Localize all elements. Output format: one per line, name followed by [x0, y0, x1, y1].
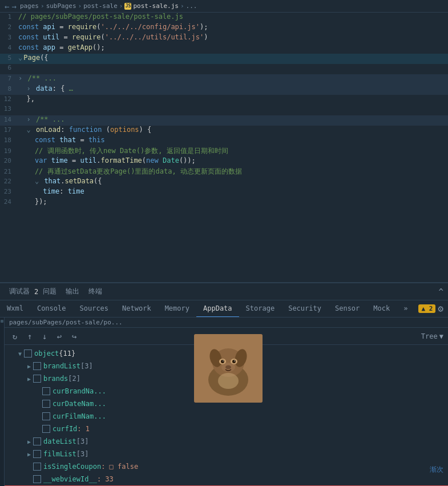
tab-mock[interactable]: Mock — [366, 300, 397, 318]
brands-toggle[interactable]: ▶ — [25, 376, 33, 382]
line-num-12: 12 — [0, 95, 16, 103]
warning-badge[interactable]: ▲ 2 — [418, 304, 435, 313]
line-content-20: var time = util.formatTime(new Date()); — [16, 156, 448, 164]
tree-item-datelist[interactable]: ▶ dateList [3] — [5, 435, 448, 448]
settings-icon[interactable]: ⚙ — [438, 303, 443, 314]
panel-collapse-icon[interactable]: ^ — [439, 287, 443, 296]
code-line-20: 20 var time = util.formatTime(new Date()… — [0, 156, 448, 167]
tab-more[interactable]: » — [397, 300, 411, 318]
tab-console[interactable]: Console — [30, 300, 73, 318]
tab-sensor[interactable]: Sensor — [328, 300, 366, 318]
line-num-8: 8 — [0, 85, 16, 93]
line-content-17: ⌄ onLoad: function (options) { — [16, 126, 448, 134]
tab-debugger[interactable]: 调试器 — [5, 283, 34, 300]
filmlist-icon — [33, 450, 41, 458]
svg-point-7 — [221, 360, 224, 363]
line-content-7: › /** ... — [16, 74, 448, 82]
refresh-button[interactable]: ↻ — [9, 331, 21, 342]
brands-count: [2] — [68, 375, 80, 383]
breadcrumb-more[interactable]: ... — [186, 2, 197, 10]
line-content-8: › data: { … — [16, 85, 448, 93]
curbrandna-icon — [42, 387, 50, 395]
line-content-2: const api = require('../../../config/api… — [16, 23, 448, 31]
line-num-17: 17 — [0, 126, 16, 134]
curdatenam-key: curDateNam... — [53, 400, 106, 408]
line-num-4: 4 — [0, 44, 16, 51]
dog-image — [194, 334, 263, 403]
redo-button[interactable]: ↪ — [68, 331, 80, 342]
tab-network[interactable]: Network — [115, 300, 158, 318]
brands-key: brands — [43, 375, 68, 383]
tree-item-filmlist[interactable]: ▶ filmList [3] — [5, 448, 448, 460]
line-num-5: 5 — [0, 54, 16, 62]
line-num-21: 21 — [0, 168, 16, 175]
code-line-21: 21 // 再通过setData更改Page()里面的data, 动态更新页面的… — [0, 167, 448, 177]
down-button[interactable]: ↓ — [39, 331, 50, 342]
webviewid-value: : 33 — [97, 475, 114, 483]
curfid-value: : 1 — [77, 425, 90, 433]
curfid-key: curfId — [53, 425, 77, 433]
curdatenam-icon — [42, 400, 50, 408]
code-line-18: 18 const that = this — [0, 136, 448, 146]
tab-sources[interactable]: Sources — [72, 300, 115, 318]
page-path: pages/subPages/post-sale/po... — [5, 318, 448, 328]
line-content-1: // pages/subPages/post-sale/post-sale.js — [16, 13, 448, 21]
tab-appdata[interactable]: AppData — [196, 300, 239, 318]
curfilmnam-key: curFilmNam... — [53, 412, 106, 420]
tree-item-issinglecoupon[interactable]: ▶ isSingleCoupon : □ false — [5, 460, 448, 473]
breadcrumb-pages[interactable]: pages — [20, 2, 39, 10]
breadcrumb-filename[interactable]: post-sale.js — [133, 2, 178, 10]
tree-label-text: Tree — [421, 332, 438, 340]
tree-item-curfid[interactable]: ▶ curfId : 1 — [5, 423, 448, 435]
back-arrow[interactable]: ← — [5, 2, 9, 11]
tab-issues[interactable]: 问题 — [38, 283, 61, 300]
datelist-toggle[interactable]: ▶ — [25, 439, 33, 445]
tree-label[interactable]: Tree ▼ — [421, 332, 443, 340]
line-num-7: 7 — [0, 75, 16, 82]
brandlist-toggle[interactable]: ▶ — [25, 363, 33, 369]
tab-terminal[interactable]: 终端 — [84, 283, 107, 300]
line-num-22: 22 — [0, 178, 16, 185]
breadcrumb-postsale[interactable]: post-sale — [83, 2, 118, 10]
tab-memory[interactable]: Memory — [158, 300, 196, 318]
svg-point-8 — [232, 360, 236, 363]
undo-button[interactable]: ↩ — [54, 331, 65, 342]
up-button[interactable]: ↑ — [24, 331, 35, 342]
line-num-3: 3 — [0, 34, 16, 41]
brandlist-key: brandList — [43, 362, 80, 370]
line-content-4: const app = getApp(); — [16, 43, 448, 51]
breadcrumb: pages › subPages › post-sale › JS post-s… — [20, 2, 197, 10]
line-num-14: 14 — [0, 116, 16, 123]
webviewid-key: __webviewId__ — [43, 475, 97, 483]
line-num-1: 1 — [0, 13, 16, 21]
code-line-12: 12 }, — [0, 95, 448, 105]
filmlist-toggle[interactable]: ▶ — [25, 451, 33, 457]
line-num-23: 23 — [0, 188, 16, 195]
tab-security[interactable]: Security — [281, 300, 328, 318]
code-editor: 1 // pages/subPages/post-sale/post-sale.… — [0, 13, 448, 282]
tab-output[interactable]: 输出 — [61, 283, 84, 300]
tree-item-curfilmnam[interactable]: ▶ curFilmNam... — [5, 410, 448, 423]
tab-wxml[interactable]: Wxml — [0, 300, 30, 318]
datelist-icon — [33, 437, 41, 445]
tab-storage[interactable]: Storage — [239, 300, 282, 318]
line-content-3: const util = require('../../../utils/uti… — [16, 33, 448, 41]
line-num-6: 6 — [0, 64, 16, 71]
line-num-24: 24 — [0, 198, 16, 206]
filmlist-count: [3] — [76, 450, 89, 458]
debugger-num: 2 — [34, 288, 38, 296]
breadcrumb-subpages[interactable]: subPages — [46, 2, 76, 10]
code-line-1: 1 // pages/subPages/post-sale/post-sale.… — [0, 13, 448, 23]
datelist-count: [3] — [76, 437, 89, 445]
tree-item-webviewid[interactable]: ▶ __webviewId__ : 33 — [5, 473, 448, 485]
line-content-14: › /** ... — [16, 115, 448, 123]
nav-arrows: ← → — [5, 2, 17, 11]
code-lines: 1 // pages/subPages/post-sale/post-sale.… — [0, 13, 448, 282]
top-bar: ← → pages › subPages › post-sale › JS po… — [0, 0, 448, 13]
root-toggle[interactable]: ▼ — [16, 351, 24, 357]
svg-point-9 — [223, 360, 224, 362]
panel-tab-bar: 调试器 2 问题 输出 终端 ^ — [0, 283, 448, 300]
issinglecoupon-value: : □ false — [101, 463, 138, 471]
forward-arrow[interactable]: → — [11, 2, 16, 11]
line-content-19: // 调用函数时, 传入new Date()参数, 返回值是日期和时间 — [16, 146, 448, 156]
